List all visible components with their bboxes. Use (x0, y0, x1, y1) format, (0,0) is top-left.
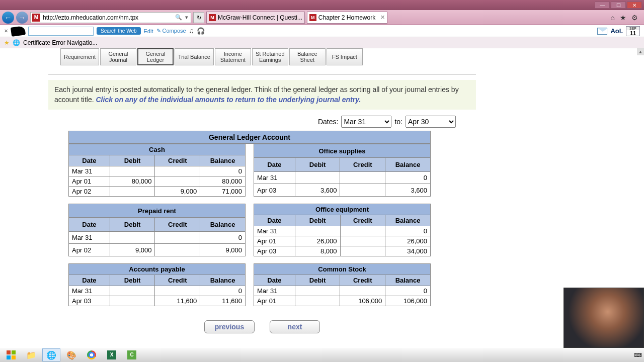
tab-close-icon[interactable]: ✕ (380, 14, 385, 21)
aol-toolbar: ✕ Search the Web Edit ✎ Compose ♫ 🎧 Aol.… (0, 25, 644, 37)
table-row: Apr 033,6003,600 (254, 184, 431, 197)
date-to-select[interactable]: Apr 30 (406, 116, 456, 128)
cell-credit[interactable] (340, 171, 385, 184)
cell-credit[interactable] (340, 184, 385, 197)
favorites-star-icon[interactable]: ★ (4, 39, 10, 46)
cell-credit[interactable] (340, 246, 385, 256)
close-toolbar-icon[interactable]: ✕ (4, 28, 8, 34)
cell-balance: 3,600 (385, 184, 431, 197)
aol-search-input[interactable] (28, 27, 94, 36)
close-button[interactable]: ✕ (627, 2, 642, 9)
back-button[interactable]: ← (2, 12, 14, 24)
cell-debit[interactable] (295, 171, 340, 184)
cell-date: Mar 31 (69, 231, 110, 244)
cell-credit[interactable] (155, 166, 200, 176)
search-icon[interactable]: 🔍 (175, 14, 183, 21)
scroll-up-icon[interactable]: ▲ (637, 48, 644, 55)
cell-debit[interactable] (110, 231, 155, 244)
cell-debit[interactable] (295, 286, 340, 296)
ledger-table-office-equipment: Office equipmentDateDebitCreditBalanceMa… (254, 204, 431, 256)
cell-debit[interactable] (295, 226, 340, 236)
cell-debit[interactable] (110, 166, 155, 176)
col-date: Date (69, 275, 110, 286)
url-input[interactable] (42, 14, 175, 21)
tab-st-retained-earnings[interactable]: St RetainedEarnings (252, 48, 288, 65)
cell-credit[interactable]: 106,000 (340, 296, 385, 306)
nav-buttons: previous next (48, 320, 476, 333)
cell-debit[interactable] (110, 296, 155, 306)
cell-debit[interactable] (295, 296, 340, 306)
mail-icon[interactable] (597, 28, 607, 35)
col-date: Date (254, 215, 295, 226)
cell-date: Mar 31 (254, 171, 295, 184)
aol-search-button[interactable]: Search the Web (97, 27, 141, 35)
tab-balance-sheet[interactable]: BalanceSheet (289, 48, 326, 65)
cell-balance: 34,000 (385, 246, 431, 256)
refresh-button[interactable]: ↻ (193, 12, 204, 23)
cell-debit[interactable]: 8,000 (295, 246, 340, 256)
forward-button[interactable]: → (16, 12, 28, 24)
cell-credit[interactable]: 11,600 (155, 296, 200, 306)
cell-date: Apr 03 (254, 246, 295, 256)
headphones-icon[interactable]: 🎧 (197, 27, 205, 35)
tab-general-journal[interactable]: GeneralJournal (100, 48, 136, 65)
cell-credit[interactable] (340, 286, 385, 296)
tab-requirement[interactable]: Requirement (60, 48, 99, 65)
page-content: ▲ RequirementGeneralJournalGeneralLedger… (0, 48, 644, 348)
minimize-button[interactable]: — (595, 2, 610, 9)
tab-chapter-2-homework[interactable]: M Chapter 2 Homework ✕ (307, 12, 387, 24)
cell-credit[interactable] (155, 286, 200, 296)
date-from-select[interactable]: Mar 31 (341, 116, 391, 128)
instructions-link[interactable]: Click on any of the individual amounts t… (96, 96, 361, 104)
ledger-tables-grid: CashDateDebitCreditBalanceMar 310Apr 018… (68, 144, 531, 306)
cell-balance: 0 (385, 171, 431, 184)
aol-edit-link[interactable]: Edit (144, 28, 153, 34)
cell-debit[interactable]: 80,000 (110, 176, 155, 187)
cell-debit[interactable]: 9,000 (110, 244, 155, 256)
tab-label: McGraw-Hill Connect | Questi... (218, 14, 302, 21)
table-row: Apr 01106,000106,000 (254, 296, 431, 306)
favorites-icon[interactable]: ★ (620, 14, 626, 22)
cell-balance: 0 (200, 286, 246, 296)
col-debit: Debit (110, 275, 155, 286)
browser-controls: ⌂ ★ ⚙ (611, 14, 642, 22)
cell-credit[interactable] (155, 244, 200, 256)
aol-compose-link[interactable]: ✎ Compose (156, 28, 186, 34)
maximize-button[interactable]: ☐ (611, 2, 626, 9)
cell-date: Mar 31 (254, 286, 295, 296)
cell-credit[interactable] (340, 236, 385, 246)
cell-debit[interactable] (110, 286, 155, 296)
cell-balance: 0 (200, 231, 246, 244)
dates-to-label: to: (394, 118, 403, 126)
cell-credit[interactable] (340, 226, 385, 236)
music-icon[interactable]: ♫ (189, 27, 194, 35)
home-icon[interactable]: ⌂ (611, 14, 615, 22)
ledger-table-common-stock: Common StockDateDebitCreditBalanceMar 31… (254, 263, 431, 306)
cell-date: Mar 31 (254, 226, 295, 236)
previous-button[interactable]: previous (204, 320, 255, 333)
tab-general-ledger[interactable]: GeneralLedger (137, 48, 174, 65)
cell-credit[interactable] (155, 176, 200, 187)
cell-debit[interactable]: 26,000 (295, 236, 340, 246)
url-dropdown-icon[interactable]: ▾ (183, 14, 191, 21)
calendar-icon[interactable]: SEP 11 (626, 26, 640, 36)
account-name: Prepaid rent (69, 204, 246, 218)
col-date: Date (254, 158, 295, 171)
address-bar[interactable]: M 🔍 ▾ (30, 12, 191, 23)
tab-mcgraw-hill[interactable]: M McGraw-Hill Connect | Questi... (206, 12, 305, 24)
cell-credit[interactable] (155, 231, 200, 244)
cell-debit[interactable] (110, 187, 155, 197)
col-debit: Debit (110, 155, 155, 166)
table-row: Mar 310 (254, 226, 431, 236)
tab-trial-balance[interactable]: Trial Balance (175, 48, 214, 65)
bookmark-cert-error[interactable]: Certificate Error Navigatio... (23, 39, 97, 46)
table-row: Apr 0311,60011,600 (69, 296, 246, 306)
settings-icon[interactable]: ⚙ (631, 14, 638, 22)
next-button[interactable]: next (270, 320, 320, 333)
cell-credit[interactable]: 9,000 (155, 187, 200, 197)
tab-fs-impact[interactable]: FS Impact (327, 48, 363, 65)
cell-debit[interactable]: 3,600 (295, 184, 340, 197)
table-row: Apr 029,00071,000 (69, 187, 246, 197)
tab-income-statement[interactable]: IncomeStatement (215, 48, 251, 65)
assignment-tabs: RequirementGeneralJournalGeneralLedgerTr… (48, 48, 531, 65)
